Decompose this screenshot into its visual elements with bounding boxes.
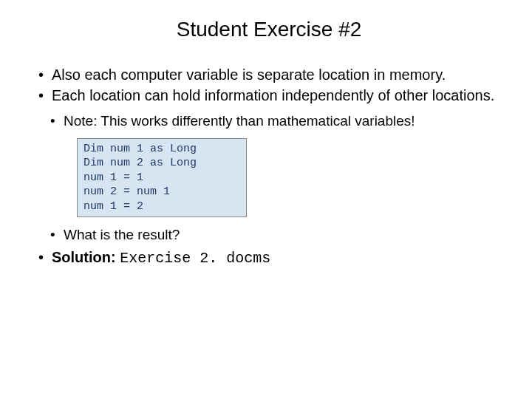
solution-filename: Exercise 2. docms <box>120 250 270 267</box>
code-block: Dim num 1 as Long Dim num 2 as Long num … <box>77 138 247 218</box>
bullet-item-solution: Solution: Exercise 2. docms <box>38 248 502 268</box>
sub-bullet-list-2: What is the result? <box>50 226 502 245</box>
bullet-item: Each location can hold information indep… <box>38 86 502 105</box>
bullet-item: Also each computer variable is separate … <box>38 65 502 84</box>
slide-title: Student Exercise #2 <box>35 18 502 41</box>
bullet-item-note: Note: This works differently than mathem… <box>50 112 502 131</box>
solution-list: Solution: Exercise 2. docms <box>38 248 502 268</box>
slide: Student Exercise #2 Also each computer v… <box>0 0 532 287</box>
bullet-item-question: What is the result? <box>50 226 502 245</box>
sub-bullet-list: Note: This works differently than mathem… <box>50 112 502 131</box>
solution-label: Solution: <box>52 249 120 265</box>
bullet-list: Also each computer variable is separate … <box>38 65 502 105</box>
